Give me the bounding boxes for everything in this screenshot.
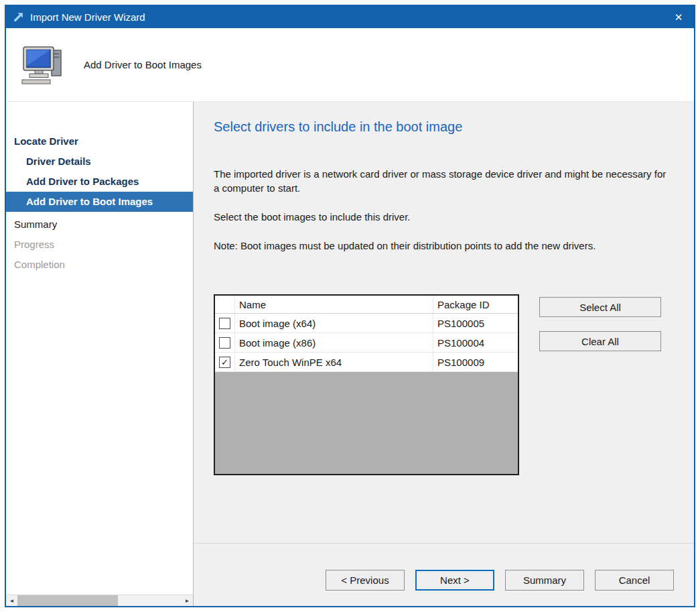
sidebar-item-progress: Progress: [6, 235, 193, 255]
wizard-body: Locate Driver Driver Details Add Driver …: [6, 102, 694, 606]
page-heading: Select drivers to include in the boot im…: [214, 119, 674, 135]
row-package-id: PS100009: [433, 353, 518, 371]
table-row[interactable]: ✓ Zero Touch WinPE x64 PS100009: [215, 353, 518, 372]
content-area: Select drivers to include in the boot im…: [194, 102, 694, 606]
instruction-text-1: The imported driver is a network card dr…: [214, 167, 674, 195]
sidebar-item-driver-details[interactable]: Driver Details: [6, 151, 193, 172]
table-side-buttons: Select All Clear All: [539, 294, 661, 475]
sidebar-item-completion: Completion: [6, 255, 193, 275]
wizard-icon: [13, 11, 24, 23]
sidebar-item-add-driver-to-boot-images[interactable]: Add Driver to Boot Images: [6, 192, 193, 212]
table-zone: Name Package ID Boot image (x64) PS10000…: [214, 294, 674, 475]
row-name: Zero Touch WinPE x64: [235, 353, 433, 371]
boot-images-table: Name Package ID Boot image (x64) PS10000…: [214, 294, 519, 475]
scroll-right-button[interactable]: ►: [182, 595, 193, 606]
main-panel: Select drivers to include in the boot im…: [194, 102, 694, 543]
close-button[interactable]: ✕: [663, 6, 694, 28]
previous-button[interactable]: < Previous: [326, 570, 405, 591]
row-checkbox[interactable]: [219, 318, 230, 329]
column-header-package-id[interactable]: Package ID: [433, 296, 518, 313]
scroll-right-icon: ►: [185, 598, 190, 604]
scroll-left-icon: ◄: [9, 598, 15, 604]
clear-all-button[interactable]: Clear All: [539, 331, 661, 351]
window-title: Import New Driver Wizard: [30, 11, 663, 23]
scrollbar-thumb[interactable]: [17, 595, 118, 606]
row-name: Boot image (x86): [235, 333, 433, 352]
instruction-text-2: Select the boot images to include this d…: [214, 210, 674, 224]
sidebar-item-locate-driver[interactable]: Locate Driver: [6, 131, 193, 151]
wizard-page-title: Add Driver to Boot Images: [84, 59, 202, 70]
checkbox-cell: [215, 333, 235, 352]
wizard-header: Add Driver to Boot Images: [6, 28, 694, 102]
wizard-window: Import New Driver Wizard ✕ Add Driver to…: [5, 5, 695, 607]
row-package-id: PS100005: [433, 314, 518, 332]
table-row[interactable]: Boot image (x86) PS100004: [215, 333, 518, 353]
checkbox-cell: ✓: [215, 353, 235, 371]
scrollbar-track[interactable]: [118, 595, 182, 606]
column-header-name[interactable]: Name: [235, 296, 433, 313]
column-header-checkbox: [215, 296, 235, 313]
wizard-steps-sidebar: Locate Driver Driver Details Add Driver …: [6, 102, 194, 606]
close-icon: ✕: [675, 11, 683, 23]
checkbox-cell: [215, 314, 235, 332]
footer: < Previous Next > Summary Cancel: [194, 543, 694, 606]
table-empty-area: [215, 372, 518, 474]
computer-icon: [21, 45, 65, 85]
title-bar: Import New Driver Wizard ✕: [6, 6, 694, 28]
row-package-id: PS100004: [433, 333, 518, 352]
instruction-text-3: Note: Boot images must be updated on the…: [214, 239, 674, 253]
next-button[interactable]: Next >: [415, 570, 494, 591]
row-checkbox[interactable]: ✓: [219, 357, 230, 368]
summary-button[interactable]: Summary: [505, 570, 584, 591]
sidebar-item-summary: Summary: [6, 215, 193, 235]
row-checkbox[interactable]: [219, 337, 230, 349]
row-name: Boot image (x64): [235, 314, 433, 332]
table-header-row: Name Package ID: [215, 296, 518, 314]
sidebar-item-add-driver-to-packages[interactable]: Add Driver to Packages: [6, 172, 193, 192]
horizontal-scrollbar[interactable]: ◄ ►: [6, 595, 193, 606]
scroll-left-button[interactable]: ◄: [6, 595, 17, 606]
cancel-button[interactable]: Cancel: [595, 570, 674, 591]
table-row[interactable]: Boot image (x64) PS100005: [215, 314, 518, 333]
select-all-button[interactable]: Select All: [539, 297, 661, 317]
